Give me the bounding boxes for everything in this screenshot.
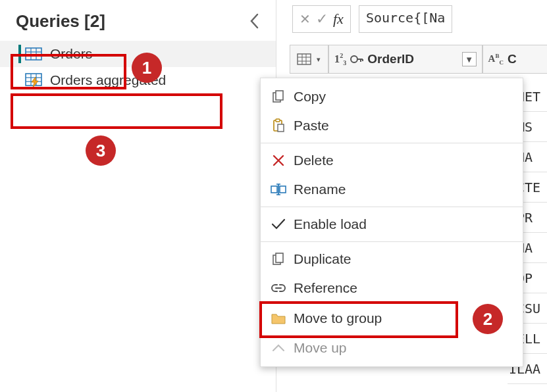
- menu-rename[interactable]: Rename: [261, 175, 523, 204]
- svg-rect-21: [271, 186, 277, 193]
- query-list: Orders Orders aggregated: [0, 39, 276, 93]
- svg-rect-22: [280, 186, 286, 193]
- table-lightning-icon: [25, 73, 42, 87]
- menu-label: Duplicate: [294, 251, 352, 267]
- svg-rect-10: [298, 54, 311, 64]
- delete-icon: [270, 152, 287, 169]
- queries-title: Queries [2]: [16, 11, 105, 32]
- rename-icon: [270, 181, 287, 198]
- query-item-orders[interactable]: Orders: [0, 41, 276, 67]
- copy-icon: [270, 88, 287, 105]
- menu-label: Rename: [294, 182, 346, 197]
- query-label: Orders: [50, 46, 92, 62]
- menu-duplicate[interactable]: Duplicate: [261, 245, 523, 274]
- duplicate-icon: [270, 251, 287, 268]
- formula-controls: ✕ ✓ fx: [292, 5, 351, 33]
- menu-separator: [261, 207, 523, 207]
- chevron-right-icon: 〉: [498, 309, 511, 327]
- editor-area: ✕ ✓ fx Source{[Na ▾ 123 OrderID ▼: [290, 0, 547, 74]
- column-name: OrderID: [367, 52, 414, 66]
- queries-header: Queries [2]: [0, 7, 276, 39]
- fx-icon[interactable]: fx: [333, 11, 344, 28]
- svg-rect-27: [276, 253, 283, 262]
- query-item-orders-aggregated[interactable]: Orders aggregated: [0, 67, 276, 93]
- accept-icon[interactable]: ✓: [316, 11, 328, 28]
- svg-rect-17: [276, 91, 283, 100]
- key-icon: [350, 53, 363, 65]
- filter-dropdown-icon[interactable]: ▼: [462, 52, 477, 66]
- collapse-icon[interactable]: [243, 11, 265, 32]
- svg-rect-0: [26, 48, 41, 60]
- menu-move-up[interactable]: Move up: [261, 333, 523, 362]
- folder-icon: [270, 310, 287, 327]
- menu-label: Delete: [294, 153, 334, 168]
- formula-bar: ✕ ✓ fx Source{[Na: [290, 0, 547, 33]
- table-icon: [25, 47, 42, 61]
- menu-separator: [261, 241, 523, 242]
- type-text-icon: ABC: [488, 53, 504, 66]
- menu-paste[interactable]: Paste: [261, 111, 523, 140]
- paste-icon: [270, 117, 287, 134]
- table-icon: [297, 53, 311, 65]
- svg-rect-20: [278, 124, 284, 132]
- type-number-icon: 123: [334, 52, 347, 66]
- context-menu: Copy Paste Delete Rename Enable load Dup…: [260, 78, 523, 367]
- menu-label: Enable load: [294, 216, 367, 232]
- cancel-icon[interactable]: ✕: [300, 11, 311, 27]
- menu-separator: [261, 143, 523, 143]
- column-header-next[interactable]: ABC C: [482, 45, 547, 74]
- menu-label: Move to group: [294, 310, 382, 326]
- query-label: Orders aggregated: [50, 72, 166, 88]
- menu-move-to-group[interactable]: Move to group 〉: [261, 303, 523, 333]
- column-headers: ▾ 123 OrderID ▼ ABC C: [290, 45, 547, 74]
- reference-icon: [270, 280, 287, 297]
- menu-label: Copy: [294, 89, 326, 105]
- checkmark-icon: [270, 216, 287, 233]
- formula-input[interactable]: Source{[Na: [359, 5, 452, 33]
- menu-enable-load[interactable]: Enable load: [261, 210, 523, 239]
- menu-copy[interactable]: Copy: [261, 82, 523, 111]
- menu-label: Reference: [294, 280, 357, 296]
- menu-label: Move up: [294, 340, 347, 356]
- svg-point-15: [351, 56, 357, 62]
- column-letter: C: [508, 52, 517, 66]
- menu-reference[interactable]: Reference: [261, 274, 523, 303]
- row-selector-header[interactable]: ▾: [290, 45, 328, 74]
- column-header-orderid[interactable]: 123 OrderID ▼: [328, 45, 482, 74]
- chevron-up-icon: [270, 339, 287, 356]
- menu-label: Paste: [294, 118, 329, 134]
- queries-panel: Queries [2] Orders: [0, 0, 276, 392]
- svg-rect-19: [276, 119, 280, 122]
- menu-delete[interactable]: Delete: [261, 146, 523, 175]
